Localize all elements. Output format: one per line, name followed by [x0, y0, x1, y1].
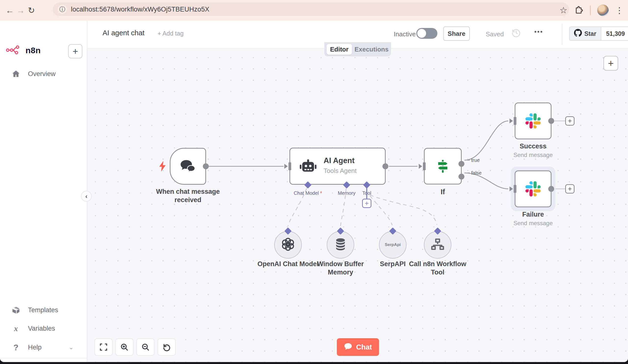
input-connector-bar	[289, 162, 291, 170]
sidebar: n8n + Overview Templates x Variables ? H…	[0, 21, 87, 362]
browser-profile-avatar[interactable]	[597, 4, 609, 16]
port-label-memory: Memory	[338, 190, 355, 196]
zoom-in-button[interactable]	[115, 339, 134, 356]
bookmark-star-icon[interactable]: ☆	[559, 5, 567, 15]
node-label: If	[423, 187, 463, 196]
trigger-bolt-icon	[159, 161, 166, 172]
github-icon	[574, 29, 582, 38]
sitemap-icon	[431, 238, 444, 251]
output-connector[interactable]	[548, 186, 554, 192]
new-workflow-button[interactable]: +	[68, 44, 82, 58]
add-tool-button[interactable]: +	[362, 199, 371, 208]
browser-menu-icon[interactable]: ⋮	[615, 6, 624, 14]
add-node-button[interactable]: +	[604, 56, 618, 71]
tab-editor[interactable]: Editor	[326, 44, 352, 55]
github-star-label: Star	[584, 30, 596, 37]
node-when-chat-message-received[interactable]	[170, 148, 206, 185]
output-label-true: true	[471, 157, 479, 163]
brand-name: n8n	[25, 46, 41, 55]
signpost-icon	[425, 149, 461, 184]
add-tag-button[interactable]: + Add tag	[157, 30, 183, 37]
output-connector[interactable]	[203, 163, 209, 169]
browser-forward-button[interactable]: →	[15, 6, 26, 15]
output-true-connector[interactable]	[459, 161, 464, 167]
node-openai-chat-model[interactable]	[274, 231, 302, 259]
serpapi-wordmark: SerpApi	[385, 242, 400, 247]
share-button[interactable]: Share	[443, 26, 470, 41]
browser-back-button[interactable]: ←	[4, 6, 15, 15]
sidebar-collapse-button[interactable]: ‹	[81, 191, 92, 202]
home-icon	[11, 70, 21, 78]
output-connector[interactable]	[383, 163, 388, 169]
toolbar-divider	[590, 5, 591, 15]
toggle-knob	[417, 29, 426, 38]
history-icon[interactable]	[511, 27, 522, 39]
slack-icon	[515, 103, 551, 139]
site-info-icon[interactable]: ⓘ	[58, 5, 67, 14]
output-connector[interactable]	[548, 118, 554, 124]
active-toggle[interactable]	[416, 28, 437, 39]
sidebar-item-label: Templates	[28, 306, 58, 314]
input-connector	[419, 164, 422, 169]
chat-bubbles-icon	[170, 149, 205, 184]
add-next-node-button[interactable]: +	[565, 116, 574, 126]
sidebar-item-help[interactable]: ? Help ⌄	[0, 340, 87, 355]
zoom-to-fit-button[interactable]	[94, 339, 113, 356]
input-connector	[284, 164, 288, 169]
sidebar-item-overview[interactable]: Overview	[0, 66, 87, 82]
workflow-menu-icon[interactable]: •••	[534, 28, 543, 36]
output-false-connector[interactable]	[459, 174, 464, 180]
browser-reload-button[interactable]: ↻	[26, 5, 37, 15]
variables-x-icon: x	[11, 324, 21, 333]
workflow-canvas[interactable]: + When chat message received	[87, 49, 628, 362]
url-text[interactable]: localhost:5678/workflow/xWy6Oj5TBEUHzo5X	[71, 6, 209, 13]
node-label: Success	[504, 142, 562, 150]
status-label: Inactive	[394, 30, 416, 38]
robot-icon	[300, 159, 317, 176]
sidebar-item-templates[interactable]: Templates	[0, 302, 87, 318]
input-connector	[510, 119, 513, 123]
n8n-logo-icon[interactable]	[6, 45, 22, 55]
openai-icon	[280, 237, 296, 253]
node-failure[interactable]	[515, 170, 551, 207]
sidebar-item-label: Overview	[28, 70, 56, 78]
node-sublabel: Send message	[504, 151, 562, 158]
address-bar[interactable]: ⓘ localhost:5678/workflow/xWy6Oj5TBEUHzo…	[53, 3, 569, 16]
saved-status: Saved	[486, 30, 504, 38]
sidebar-item-variables[interactable]: x Variables	[0, 321, 87, 336]
add-next-node-button[interactable]: +	[565, 184, 574, 194]
node-success[interactable]	[515, 103, 551, 139]
browser-toolbar: ← → ↻ ⓘ localhost:5678/workflow/xWy6Oj5T…	[0, 0, 628, 21]
slack-icon	[515, 171, 551, 207]
node-if[interactable]	[424, 148, 462, 184]
input-connector	[510, 186, 513, 191]
chat-bubble-icon	[344, 343, 352, 352]
sidebar-item-label: Variables	[28, 325, 55, 332]
output-label-false: false	[471, 170, 481, 176]
node-serpapi[interactable]: SerpApi	[379, 231, 406, 259]
reset-view-button[interactable]	[157, 339, 176, 356]
node-ai-agent[interactable]: AI Agent Tools Agent	[290, 148, 386, 185]
node-subtitle: Tools Agent	[323, 167, 356, 175]
header-divider	[562, 24, 562, 45]
node-label: Call n8n Workflow Tool	[403, 260, 472, 277]
sidebar-item-label: Help	[28, 344, 42, 351]
chevron-down-icon: ⌄	[69, 344, 74, 351]
tab-executions[interactable]: Executions	[354, 44, 389, 55]
sidebar-divider	[0, 358, 87, 358]
required-asterisk: *	[320, 190, 322, 196]
browser-window: ← → ↻ ⓘ localhost:5678/workflow/xWy6Oj5T…	[0, 0, 628, 362]
chat-button[interactable]: Chat	[337, 338, 379, 356]
help-question-icon: ?	[11, 343, 21, 352]
zoom-out-button[interactable]	[136, 339, 155, 356]
node-label: When chat message received	[149, 188, 227, 204]
node-window-buffer-memory[interactable]	[327, 231, 354, 259]
node-call-n8n-workflow-tool[interactable]	[424, 231, 451, 259]
workflow-title[interactable]: AI agent chat	[102, 29, 145, 37]
extensions-puzzle-icon[interactable]	[574, 5, 584, 15]
port-label-tool: Tool	[362, 190, 371, 196]
database-icon	[334, 238, 347, 252]
node-title: AI Agent	[323, 156, 354, 165]
templates-box-icon	[11, 306, 21, 314]
github-star-widget[interactable]: Star 51,309	[569, 26, 628, 41]
